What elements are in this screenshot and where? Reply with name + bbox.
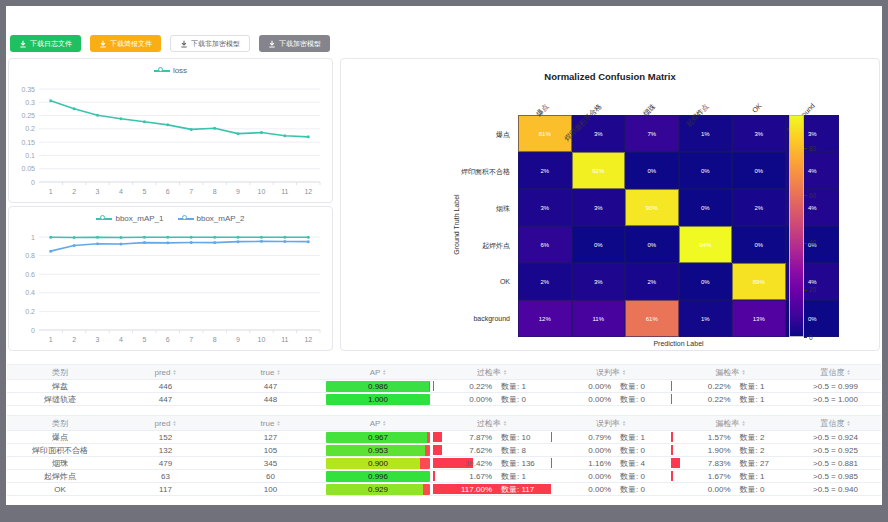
rate-count: 数量: 1 <box>611 431 666 443</box>
svg-text:0.35: 0.35 <box>21 86 35 93</box>
rate-count: 数量: 1 <box>492 380 546 392</box>
svg-text:7: 7 <box>189 336 193 343</box>
ap-cell: 0.953 <box>323 444 433 456</box>
column-header[interactable]: 置信度▲▼ <box>790 365 881 379</box>
true-count-cell: 105 <box>218 444 323 456</box>
rate-percent: 0.00% <box>556 483 611 495</box>
download-icon <box>268 40 276 48</box>
sort-icon[interactable]: ▲▼ <box>503 420 507 426</box>
ap-cell: 0.996 <box>323 470 433 482</box>
rate-percent: 7.87% <box>438 431 492 443</box>
legend-item-bbox-map-1[interactable]: bbox_mAP_1 <box>96 214 163 223</box>
sort-icon[interactable]: ▲▼ <box>847 420 851 426</box>
download-icon <box>19 40 27 48</box>
column-header[interactable]: 误判率▲▼ <box>551 365 671 379</box>
sort-icon[interactable]: ▲▼ <box>503 369 507 375</box>
colorbar-tick <box>804 337 807 338</box>
heatmap-cell: 12% <box>518 300 572 337</box>
confusion-matrix-title: Normalized Confusion Matrix <box>341 71 879 82</box>
column-header-label: pred <box>155 416 171 430</box>
column-header[interactable]: pred▲▼ <box>113 365 218 379</box>
sort-icon[interactable]: ▲▼ <box>622 369 626 375</box>
svg-text:0.6: 0.6 <box>25 271 35 278</box>
colorbar-tick <box>804 243 807 244</box>
confidence-cell: >0.5 = 1.000 <box>790 393 881 405</box>
sort-icon[interactable]: ▲▼ <box>742 369 746 375</box>
column-header-label: true <box>261 416 275 430</box>
ap-bar: 0.986 <box>326 381 430 392</box>
button-label: 下载简报文件 <box>110 39 152 49</box>
class-name-cell: 焊缝轨迹 <box>7 393 113 405</box>
column-header[interactable]: AP▲▼ <box>323 365 433 379</box>
sort-icon[interactable]: ▲▼ <box>173 420 177 426</box>
missed-rate-cell: 0.22%数量: 1 <box>671 393 790 405</box>
colorbar-tick-label: 60 <box>809 192 816 199</box>
loss-chart-card: loss 00.050.10.150.20.250.30.35123456789… <box>8 58 333 203</box>
map-line-chart: 00.20.40.60.81123456789101112 <box>9 229 334 350</box>
true-count-cell: 447 <box>218 380 323 392</box>
rate-count: 数量: 2 <box>731 444 786 456</box>
class-name-cell: 爆点 <box>7 431 113 443</box>
column-header-label: 置信度 <box>821 416 845 430</box>
sort-icon[interactable]: ▲▼ <box>622 420 626 426</box>
column-header[interactable]: 漏检率▲▼ <box>671 416 790 430</box>
metrics-table: 类别pred▲▼true▲▼AP▲▼过检率▲▼误判率▲▼漏检率▲▼置信度▲▼爆点… <box>7 415 881 496</box>
legend-marker-icon <box>154 67 170 75</box>
ap-bar: 0.996 <box>326 471 430 482</box>
class-name-cell: 烟珠 <box>7 457 113 469</box>
download-report-button[interactable]: 下载简报文件 <box>90 35 161 52</box>
sort-icon[interactable]: ▲▼ <box>742 420 746 426</box>
legend-item-loss[interactable]: loss <box>154 66 187 75</box>
sort-icon[interactable]: ▲▼ <box>382 420 386 426</box>
sort-icon[interactable]: ▲▼ <box>847 369 851 375</box>
download-icon <box>180 40 188 48</box>
svg-text:0.05: 0.05 <box>21 165 35 172</box>
pred-count-cell: 447 <box>113 393 218 405</box>
confidence-cell: >0.5 = 0.881 <box>790 457 881 469</box>
column-header[interactable]: 过检率▲▼ <box>433 416 551 430</box>
download-log-button[interactable]: 下载日志文件 <box>10 35 81 52</box>
column-header[interactable]: true▲▼ <box>218 365 323 379</box>
rate-percent: 1.57% <box>676 431 731 443</box>
rate-bar <box>433 471 435 481</box>
rate-count: 数量: 1 <box>492 470 546 482</box>
legend-item-bbox-map-2[interactable]: bbox_mAP_2 <box>178 214 245 223</box>
misjudge-rate-cell: 0.00%数量: 0 <box>551 380 671 392</box>
column-header[interactable]: true▲▼ <box>218 416 323 430</box>
sort-icon[interactable]: ▲▼ <box>276 369 280 375</box>
column-header[interactable]: pred▲▼ <box>113 416 218 430</box>
legend-label: loss <box>173 66 187 75</box>
rate-count: 数量: 0 <box>611 393 666 405</box>
svg-text:4: 4 <box>119 336 123 343</box>
column-header[interactable]: AP▲▼ <box>323 416 433 430</box>
column-header[interactable]: 过检率▲▼ <box>433 365 551 379</box>
ap-bar: 0.967 <box>326 432 430 443</box>
rate-percent: 0.00% <box>438 393 492 405</box>
svg-text:0: 0 <box>31 179 35 186</box>
svg-text:1: 1 <box>49 336 53 343</box>
sort-icon[interactable]: ▲▼ <box>173 369 177 375</box>
svg-text:0: 0 <box>31 327 35 334</box>
column-header[interactable]: 漏检率▲▼ <box>671 365 790 379</box>
svg-text:1: 1 <box>49 188 53 195</box>
window-frame: 下载日志文件 下载简报文件 下载非加密模型 下载加密模型 <box>0 0 888 522</box>
sort-icon[interactable]: ▲▼ <box>276 420 280 426</box>
ap-bar: 0.900 <box>326 458 430 469</box>
column-header-label: pred <box>155 365 171 379</box>
column-header[interactable]: 误判率▲▼ <box>551 416 671 430</box>
misjudge-rate-cell: 0.00%数量: 0 <box>551 470 671 482</box>
ap-value: 0.967 <box>326 432 430 443</box>
rate-count: 数量: 0 <box>731 483 786 495</box>
sort-icon[interactable]: ▲▼ <box>382 369 386 375</box>
svg-text:0.2: 0.2 <box>25 308 35 315</box>
download-plain-model-button[interactable]: 下载非加密模型 <box>170 35 250 52</box>
table-row: 焊盘4464470.9860.22%数量: 10.00%数量: 00.22%数量… <box>7 380 881 393</box>
svg-text:6: 6 <box>166 336 170 343</box>
colorbar-tick <box>804 290 807 291</box>
misjudge-rate-cell: 1.16%数量: 4 <box>551 457 671 469</box>
pred-count-cell: 63 <box>113 470 218 482</box>
rate-count: 数量: 1 <box>731 393 786 405</box>
download-encrypted-model-button[interactable]: 下载加密模型 <box>259 35 330 52</box>
column-header[interactable]: 置信度▲▼ <box>790 416 881 430</box>
svg-text:0.4: 0.4 <box>25 289 35 296</box>
